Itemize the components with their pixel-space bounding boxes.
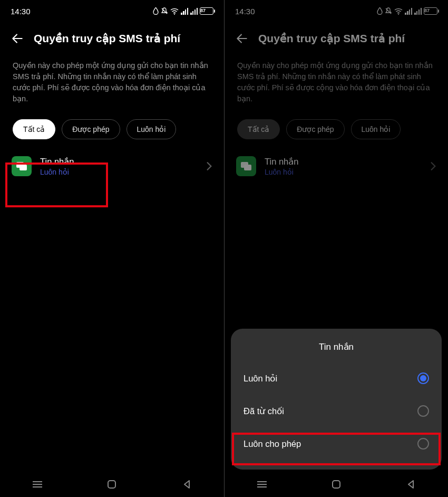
chip-allowed[interactable]: Được phép bbox=[286, 119, 344, 139]
battery-icon: 87 bbox=[200, 7, 213, 15]
svg-rect-9 bbox=[244, 165, 251, 170]
description-text: Quyền này cho phép một ứng dụng gửi cho … bbox=[0, 55, 224, 115]
battery-icon: 87 bbox=[424, 7, 437, 15]
nav-bar bbox=[0, 472, 224, 497]
nav-home-icon[interactable] bbox=[329, 477, 344, 492]
status-time: 14:30 bbox=[235, 7, 255, 16]
header: Quyền truy cập SMS trả phí bbox=[0, 20, 224, 55]
svg-point-0 bbox=[174, 14, 175, 15]
radio-checked-icon bbox=[417, 372, 429, 384]
wifi-icon bbox=[170, 8, 179, 15]
filter-chips: Tất cả Được phép Luôn hỏi bbox=[0, 115, 224, 151]
mute-icon bbox=[161, 7, 168, 15]
chevron-right-icon bbox=[430, 161, 436, 171]
sheet-option-allow[interactable]: Luôn cho phép bbox=[242, 427, 430, 460]
chip-ask[interactable]: Luôn hỏi bbox=[351, 119, 401, 139]
chip-allowed[interactable]: Được phép bbox=[62, 119, 120, 139]
back-icon[interactable] bbox=[235, 32, 249, 45]
app-sub: Luôn hỏi bbox=[265, 168, 422, 176]
signal-icon-1 bbox=[405, 8, 412, 15]
nav-recent-icon[interactable] bbox=[30, 477, 45, 492]
bottom-sheet: Tin nhắn Luôn hỏi Đã từ chối Luôn cho ph… bbox=[231, 329, 442, 470]
water-drop-icon bbox=[153, 7, 159, 15]
nav-back-icon[interactable] bbox=[403, 477, 418, 492]
nav-recent-icon[interactable] bbox=[255, 477, 269, 492]
svg-rect-2 bbox=[20, 165, 27, 170]
back-icon[interactable] bbox=[11, 32, 24, 45]
signal-icon-2 bbox=[190, 8, 198, 15]
wifi-icon bbox=[394, 8, 403, 15]
app-text: Tin nhắn Luôn hỏi bbox=[40, 157, 198, 176]
page-title: Quyền truy cập SMS trả phí bbox=[258, 32, 405, 45]
sheet-option-ask[interactable]: Luôn hỏi bbox=[242, 362, 430, 395]
messages-app-icon bbox=[12, 156, 32, 176]
status-bar: 14:30 87 bbox=[0, 0, 224, 20]
sheet-title: Tin nhắn bbox=[242, 341, 430, 352]
mute-icon bbox=[385, 7, 392, 15]
svg-rect-6 bbox=[108, 481, 115, 488]
svg-point-7 bbox=[398, 14, 399, 15]
option-label: Luôn hỏi bbox=[244, 374, 277, 384]
description-text: Quyền này cho phép một ứng dụng gửi cho … bbox=[225, 55, 448, 115]
water-drop-icon bbox=[377, 7, 383, 15]
header: Quyền truy cập SMS trả phí bbox=[225, 20, 448, 55]
signal-icon-1 bbox=[181, 8, 188, 15]
app-row-messages[interactable]: Tin nhắn Luôn hỏi bbox=[225, 151, 448, 181]
nav-home-icon[interactable] bbox=[104, 477, 119, 492]
chip-ask[interactable]: Luôn hỏi bbox=[126, 119, 177, 139]
option-label: Luôn cho phép bbox=[244, 439, 301, 449]
app-row-messages[interactable]: Tin nhắn Luôn hỏi bbox=[0, 151, 224, 181]
status-bar: 14:30 87 bbox=[225, 0, 448, 20]
app-text: Tin nhắn Luôn hỏi bbox=[265, 157, 422, 176]
app-sub: Luôn hỏi bbox=[40, 168, 198, 176]
status-icons: 87 bbox=[377, 7, 437, 15]
radio-icon bbox=[417, 405, 429, 417]
status-icons: 87 bbox=[153, 7, 213, 15]
page-title: Quyền truy cập SMS trả phí bbox=[34, 32, 180, 45]
nav-bar bbox=[225, 472, 448, 497]
messages-app-icon bbox=[236, 156, 256, 176]
phone-right: 14:30 87 Quyền truy cập SMS trả phí Quyề… bbox=[224, 0, 448, 497]
svg-rect-13 bbox=[333, 481, 340, 488]
radio-icon bbox=[417, 438, 429, 450]
app-name: Tin nhắn bbox=[265, 157, 422, 167]
option-label: Đã từ chối bbox=[244, 406, 284, 416]
phone-left: 14:30 87 Quyền truy cập SMS trả phí Quyề… bbox=[0, 0, 224, 497]
chevron-right-icon bbox=[206, 161, 212, 171]
chip-all[interactable]: Tất cả bbox=[237, 119, 280, 139]
status-time: 14:30 bbox=[11, 7, 31, 16]
nav-back-icon[interactable] bbox=[179, 477, 194, 492]
chip-all[interactable]: Tất cả bbox=[13, 119, 55, 139]
app-name: Tin nhắn bbox=[40, 157, 198, 167]
signal-icon-2 bbox=[414, 8, 422, 15]
sheet-option-deny[interactable]: Đã từ chối bbox=[242, 395, 430, 427]
filter-chips: Tất cả Được phép Luôn hỏi bbox=[225, 115, 448, 151]
